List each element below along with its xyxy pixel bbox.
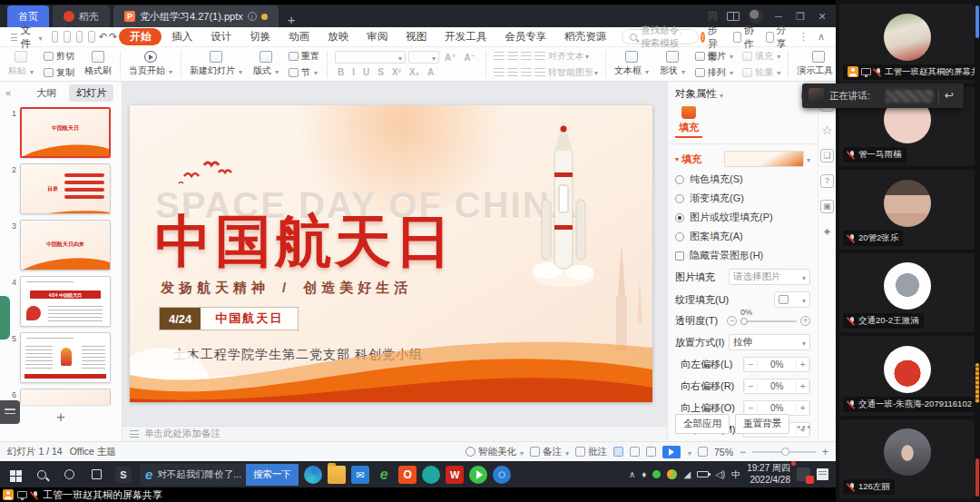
fill-section-toggle[interactable]: 填充: [675, 153, 701, 166]
transparency-slider[interactable]: − 0% +: [727, 316, 810, 326]
green-status-icon[interactable]: [652, 470, 661, 478]
apply-all-button[interactable]: 全部应用: [675, 414, 730, 434]
zoom-slider-thumb[interactable]: [781, 448, 789, 456]
smart-beautify-button[interactable]: 智能美化: [466, 446, 524, 458]
fill-button[interactable]: 填充: [742, 50, 780, 63]
present-tools-button[interactable]: 演示工具: [792, 51, 836, 77]
tab-slides[interactable]: 幻灯片: [69, 84, 113, 102]
properties-title-dropdown[interactable]: 对象属性: [675, 87, 723, 101]
participant-tile-6[interactable]: 126左丽: [839, 419, 975, 499]
menu-tab-slideshow[interactable]: 放映: [319, 28, 357, 45]
indent-decrease-icon[interactable]: [521, 52, 532, 60]
clock[interactable]: 19:27 周四 2022/4/28: [747, 463, 790, 486]
plus-icon[interactable]: +: [800, 316, 810, 326]
menu-tab-home[interactable]: 开始: [119, 28, 162, 45]
section-button[interactable]: 节: [289, 66, 319, 79]
notes-bar[interactable]: 单击此处添加备注: [122, 426, 667, 441]
start-button[interactable]: [4, 464, 25, 486]
decrease-font-button[interactable]: A⁻: [462, 53, 479, 63]
minus-icon[interactable]: −: [744, 403, 758, 413]
collapse-panel-button[interactable]: «: [5, 87, 11, 98]
slide-thumbnail-2[interactable]: 目录: [20, 163, 111, 214]
outline-button[interactable]: 轮廓: [742, 66, 780, 79]
export-icon[interactable]: [64, 31, 71, 43]
news-search-widget[interactable]: e 对不起我们降价了... 搜索一下: [140, 464, 299, 486]
increase-font-button[interactable]: A⁺: [442, 53, 459, 63]
hide-background-checkbox[interactable]: 隐藏背景图形(H): [675, 249, 810, 262]
zoom-slider[interactable]: [752, 451, 816, 453]
font-size-select[interactable]: [408, 51, 439, 64]
font-color-button[interactable]: A: [425, 67, 436, 77]
menu-tab-review[interactable]: 审阅: [358, 28, 396, 45]
network-icon[interactable]: ◢: [683, 469, 691, 479]
shapes-button[interactable]: 形状: [655, 51, 690, 77]
fit-window-icon[interactable]: [698, 447, 708, 457]
option-picture-fill[interactable]: 图片或纹理填充(P): [675, 211, 810, 224]
slideshow-play-button[interactable]: [662, 446, 681, 458]
picture-fill-select[interactable]: 请选择图片: [729, 269, 810, 285]
volume-icon[interactable]: ◁): [715, 469, 725, 479]
edge-app-icon[interactable]: [304, 466, 322, 484]
new-slide-button[interactable]: 新建幻灯片: [185, 51, 247, 77]
picture-button[interactable]: 图片: [695, 50, 733, 63]
format-painter-button[interactable]: 格式刷: [80, 51, 116, 77]
wps-app-icon[interactable]: [446, 466, 464, 484]
subscript-button[interactable]: X₂: [407, 67, 422, 77]
preview-icon[interactable]: [88, 31, 95, 43]
strikethrough-button[interactable]: S: [375, 67, 387, 77]
reading-view-button[interactable]: [646, 447, 656, 457]
slide-thumbnail-5[interactable]: [20, 332, 111, 383]
taskbar-search-button[interactable]: [31, 464, 53, 486]
print-icon[interactable]: [76, 31, 83, 43]
microphone-tray-icon[interactable]: ♦: [642, 469, 646, 479]
slider-thumb[interactable]: [740, 318, 748, 325]
plus-icon[interactable]: +: [796, 381, 809, 391]
superscript-button[interactable]: X²: [389, 67, 404, 77]
redo-icon[interactable]: ↷: [109, 31, 117, 43]
plus-icon[interactable]: +: [796, 359, 809, 369]
normal-view-button[interactable]: [613, 447, 623, 457]
option-pattern-fill[interactable]: 图案填充(A): [675, 230, 810, 243]
office-app-icon[interactable]: [398, 466, 416, 484]
task-view-button[interactable]: [85, 464, 107, 486]
menu-tab-docer-resources[interactable]: 稻壳资源: [556, 28, 614, 45]
interface-mode-icon[interactable]: [727, 12, 740, 21]
reply-arrow-icon[interactable]: [945, 91, 957, 102]
doc-info-icon[interactable]: [248, 12, 257, 21]
menu-tab-view[interactable]: 视图: [397, 28, 435, 45]
help-icon[interactable]: ?: [820, 174, 834, 188]
browser-app-icon[interactable]: [375, 466, 393, 484]
tab-document[interactable]: 党小组学习4.27(1).pptx: [113, 5, 279, 27]
ime-indicator[interactable]: 中: [731, 468, 740, 481]
tab-outline[interactable]: 大纲: [29, 84, 64, 102]
option-gradient-fill[interactable]: 渐变填充(G): [675, 192, 810, 205]
minus-icon[interactable]: −: [744, 359, 758, 369]
video-app-icon[interactable]: [469, 466, 487, 484]
participant-tile-4[interactable]: 交通20-2王溦涵: [839, 253, 975, 333]
slider-track[interactable]: 0%: [740, 320, 797, 322]
animation-pane-icon[interactable]: ❏: [820, 149, 834, 162]
italic-button[interactable]: I: [349, 67, 358, 77]
new-tab-button[interactable]: +: [279, 12, 305, 27]
save-icon[interactable]: [52, 31, 59, 43]
align-left-icon[interactable]: [494, 68, 505, 76]
text-box-button[interactable]: 文本框: [610, 51, 653, 77]
cortana-button[interactable]: [58, 464, 80, 486]
bullet-list-icon[interactable]: [494, 52, 505, 60]
command-search-input[interactable]: 查找命令、搜索模板: [622, 29, 699, 44]
smart-graphic-button[interactable]: 转智能图形: [548, 66, 598, 79]
menu-tab-design[interactable]: 设计: [202, 28, 240, 45]
copy-button[interactable]: 复制: [44, 66, 74, 79]
mail-app-icon[interactable]: [351, 466, 369, 484]
menu-tab-animation[interactable]: 动画: [280, 28, 318, 45]
align-right-icon[interactable]: [521, 68, 532, 76]
undo-icon[interactable]: ↶: [99, 31, 107, 43]
offset-right-stepper[interactable]: − 0% +: [743, 379, 810, 394]
layout-button[interactable]: 版式: [249, 51, 283, 77]
slide-thumbnail-3[interactable]: 中国航天日由来: [20, 220, 111, 271]
offset-left-stepper[interactable]: − 0% +: [743, 357, 810, 372]
floating-list-widget[interactable]: [0, 400, 20, 424]
font-name-select[interactable]: [335, 51, 406, 64]
zoom-percentage[interactable]: 75%: [714, 447, 733, 458]
floating-sidebar-handle[interactable]: [0, 296, 10, 340]
